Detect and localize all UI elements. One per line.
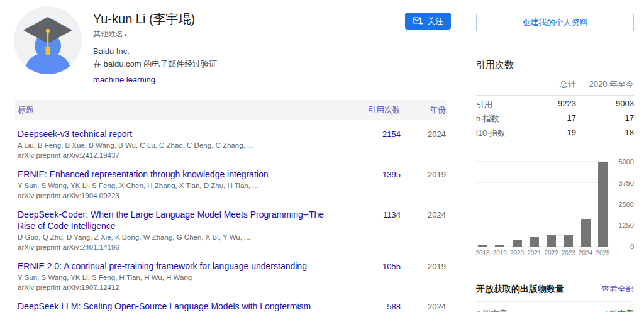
stats-row-citations: 引用 9223 9003 [476, 99, 634, 110]
publication-year: 2019 [401, 169, 446, 179]
cited-by-count-link[interactable]: 1134 [383, 210, 401, 220]
available-count: 7 篇文章 [602, 308, 634, 312]
chart-ytick-label: 0 [630, 243, 634, 250]
stats-label-h-index[interactable]: h 指数 [476, 113, 532, 125]
chart-bar-2018[interactable] [478, 245, 487, 247]
stats-row-h-index: h 指数 17 17 [476, 113, 634, 125]
publication-title-link[interactable]: ERNIE 2.0: A continual pre-training fram… [18, 261, 307, 271]
publication-year: 2024 [401, 209, 446, 220]
stats-h-index-all: 17 [532, 113, 576, 125]
chart-xtick-label: 2018 [474, 250, 491, 257]
publication-title-link[interactable]: DeepSeek LLM: Scaling Open-Source Langua… [18, 301, 311, 311]
stats-row-i10-index: i10 指数 19 18 [476, 128, 634, 139]
stats-col-all-label: 总计 [532, 79, 576, 90]
chart-ytick-label: 3750 [619, 179, 634, 187]
interest-link-machine-learning[interactable]: machine learning [93, 75, 155, 84]
stats-citations-all: 9223 [532, 99, 576, 110]
publication-row: Deepseek-v3 technical report A Liu, B Fe… [15, 124, 447, 164]
triangle-right-icon: ▸ [125, 31, 128, 38]
chart-xtick-label: 2024 [577, 250, 594, 257]
sort-by-citations-link[interactable]: 引用次数 [368, 105, 401, 114]
other-names-toggle[interactable]: 其他姓名▸ [93, 29, 217, 40]
citation-stats-header: 总计 2020 年至今 [476, 79, 634, 96]
profile-header: Yu-kun Li (李宇琨) 其他姓名▸ Baidu Inc. 在 baidu… [14, 6, 464, 85]
chart-ytick-label: 5000 [619, 158, 634, 165]
chart-bar-2020[interactable] [513, 240, 522, 247]
sort-by-title-link[interactable]: 标题 [18, 105, 34, 114]
create-profile-button[interactable]: 创建我的个人资料 [476, 14, 634, 31]
publication-authors: Y Sun, S Wang, YK Li, S Feng, X Chen, H … [18, 181, 331, 190]
chart-xtick-label: 2023 [560, 250, 577, 257]
follow-button-label: 关注 [427, 16, 443, 27]
publication-year: 2024 [401, 301, 446, 311]
profile-name: Yu-kun Li (李宇琨) [93, 11, 217, 26]
view-all-link[interactable]: 查看全部 [601, 284, 634, 295]
main-column: Yu-kun Li (李宇琨) 其他姓名▸ Baidu Inc. 在 baidu… [0, 0, 464, 312]
public-access-title: 开放获取的出版物数量 [476, 284, 564, 295]
chart-xtick-labels: 20182019202020212022202320242025 [474, 250, 611, 257]
chart-ytick-label: 1250 [619, 221, 634, 229]
cited-by-count-link[interactable]: 588 [387, 302, 401, 311]
profile-info: Yu-kun Li (李宇琨) 其他姓名▸ Baidu Inc. 在 baidu… [93, 6, 217, 85]
publication-authors: D Guo, Q Zhu, D Yang, Z Xie, K Dong, W Z… [18, 233, 331, 242]
publication-year: 2024 [401, 128, 446, 139]
publication-year: 2019 [401, 260, 446, 271]
publication-row: DeepSeek-Coder: When the Large Language … [15, 204, 447, 256]
chart-bar-2022[interactable] [547, 235, 556, 247]
chart-bar-2023[interactable] [564, 235, 573, 247]
right-sidebar: 创建我的个人资料 引用次数 总计 2020 年至今 引用 9223 9003 h… [464, 0, 644, 312]
chart-xtick-label: 2020 [509, 250, 526, 257]
publication-authors: A Liu, B Feng, B Xue, B Wang, B Wu, C Lu… [18, 141, 331, 150]
cited-by-count-link[interactable]: 1055 [382, 262, 401, 271]
publication-venue: arXiv preprint arXiv:1904.09223 [18, 191, 331, 200]
chart-bar-2024[interactable] [581, 219, 591, 247]
affiliation-link[interactable]: Baidu Inc. [93, 47, 130, 56]
stats-col-since-label: 2020 年至今 [576, 79, 634, 90]
cited-by-count-link[interactable]: 2154 [382, 130, 401, 139]
chart-ytick-label: 2500 [619, 201, 634, 208]
publication-title-link[interactable]: DeepSeek-Coder: When the Large Language … [18, 209, 324, 231]
publications-table-header: 标题 引用次数 年份 [15, 100, 447, 120]
avatar [14, 6, 82, 74]
cited-by-section-title: 引用次数 [476, 59, 634, 71]
publication-title-link[interactable]: Deepseek-v3 technical report [18, 129, 132, 139]
graduate-scholar-icon [14, 6, 82, 74]
stats-label-i10-index[interactable]: i10 指数 [476, 128, 532, 139]
chart-xtick-label: 2025 [594, 250, 611, 257]
public-access-section: 开放获取的出版物数量 查看全部 0 篇文章 7 篇文章 无法查看的文章 可查看的… [476, 284, 634, 312]
publication-venue: arXiv preprint arXiv:1907.12412 [18, 283, 331, 292]
chart-bar-2019[interactable] [495, 245, 504, 247]
chart-ytick-labels: 01250250037505000 [609, 162, 634, 247]
publication-authors: Y Sun, S Wang, YK Li, S Feng, H Tian, H … [18, 273, 331, 282]
sort-by-year-link[interactable]: 年份 [430, 105, 446, 114]
stats-label-citations[interactable]: 引用 [476, 99, 532, 110]
envelope-plus-icon [413, 17, 423, 26]
chart-xtick-label: 2022 [543, 250, 560, 257]
citations-chart-plot [476, 162, 609, 247]
chart-bar-2025[interactable] [598, 162, 608, 247]
chart-xtick-label: 2021 [526, 250, 543, 257]
publication-row: DeepSeek LLM: Scaling Open-Source Langua… [15, 296, 447, 312]
chart-xtick-label: 2019 [491, 250, 508, 257]
not-available-count: 0 篇文章 [476, 308, 508, 312]
chart-bar-2021[interactable] [530, 237, 539, 247]
publications-list: Deepseek-v3 technical report A Liu, B Fe… [15, 124, 447, 312]
stats-citations-since: 9003 [576, 99, 634, 110]
citation-stats-table: 总计 2020 年至今 引用 9223 9003 h 指数 17 17 i10 … [476, 79, 634, 139]
stats-h-index-since: 17 [576, 113, 634, 125]
cited-by-count-link[interactable]: 1395 [382, 170, 401, 179]
chart-bars [476, 162, 609, 247]
publication-venue: arXiv preprint arXiv:2401.14196 [18, 243, 331, 252]
publication-row: ERNIE 2.0: A continual pre-training fram… [15, 256, 447, 296]
follow-button[interactable]: 关注 [405, 13, 451, 30]
stats-i10-index-all: 19 [532, 128, 576, 139]
publications-table: 标题 引用次数 年份 Deepseek-v3 technical report … [15, 100, 447, 312]
publication-title-link[interactable]: ERNIE: Enhanced representation through k… [18, 169, 268, 179]
publication-venue: arXiv preprint arXiv:2412.19437 [18, 151, 331, 160]
citations-per-year-chart: 01250250037505000 2018201920202021202220… [476, 162, 634, 259]
verified-email-text: 在 baidu.com 的电子邮件经过验证 [93, 58, 217, 70]
publication-row: ERNIE: Enhanced representation through k… [15, 164, 447, 204]
stats-i10-index-since: 18 [576, 128, 634, 139]
